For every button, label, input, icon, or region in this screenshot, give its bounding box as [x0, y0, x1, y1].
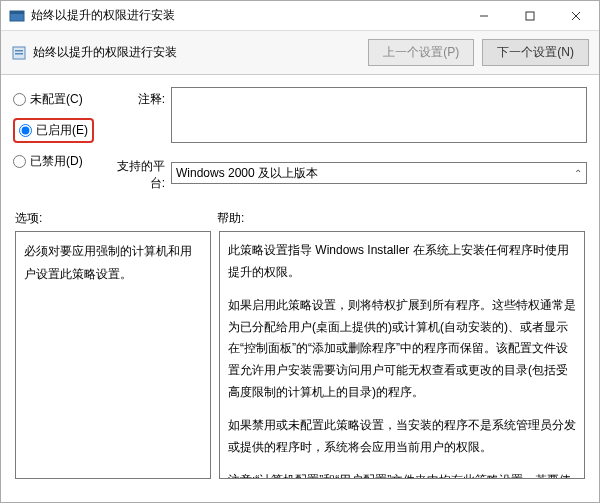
- radio-enabled[interactable]: 已启用(E): [19, 122, 88, 139]
- window-title: 始终以提升的权限进行安装: [31, 7, 461, 24]
- comment-label: 注释:: [113, 87, 171, 108]
- radio-enabled-highlight: 已启用(E): [13, 118, 94, 143]
- help-p1: 此策略设置指导 Windows Installer 在系统上安装任何程序时使用提…: [228, 240, 576, 283]
- caret-icon: ⌃: [574, 168, 582, 179]
- section-labels: 选项: 帮助:: [1, 204, 599, 231]
- toolbar: 始终以提升的权限进行安装 上一个设置(P) 下一个设置(N): [1, 31, 599, 75]
- close-button[interactable]: [553, 1, 599, 31]
- minimize-button[interactable]: [461, 1, 507, 31]
- svg-rect-1: [10, 11, 24, 14]
- policy-icon: [11, 45, 27, 61]
- help-panel: 此策略设置指导 Windows Installer 在系统上安装任何程序时使用提…: [219, 231, 585, 479]
- state-radio-group: 未配置(C) 已启用(E) 已禁用(D): [13, 87, 113, 180]
- svg-rect-3: [526, 12, 534, 20]
- radio-disabled[interactable]: 已禁用(D): [13, 153, 113, 170]
- supported-label: 支持的平台:: [113, 154, 171, 192]
- svg-rect-8: [15, 53, 23, 55]
- options-panel: 必须对要应用强制的计算机和用户设置此策略设置。: [15, 231, 211, 479]
- app-icon: [9, 8, 25, 24]
- window-controls: [461, 1, 599, 31]
- help-p4: 注意:“计算机配置”和“用户配置”文件夹中均有此策略设置。若要使此策略设置生效，…: [228, 470, 576, 479]
- radio-not-configured-input[interactable]: [13, 93, 26, 106]
- supported-platforms-field: Windows 2000 及以上版本 ⌃: [171, 162, 587, 184]
- radio-disabled-input[interactable]: [13, 155, 26, 168]
- next-setting-button[interactable]: 下一个设置(N): [482, 39, 589, 66]
- help-section-label: 帮助:: [217, 210, 585, 227]
- help-p3: 如果禁用或未配置此策略设置，当安装的程序不是系统管理员分发或提供的程序时，系统将…: [228, 415, 576, 458]
- radio-not-configured[interactable]: 未配置(C): [13, 91, 113, 108]
- help-p2: 如果启用此策略设置，则将特权扩展到所有程序。这些特权通常是为已分配给用户(桌面上…: [228, 295, 576, 403]
- options-section-label: 选项:: [15, 210, 217, 227]
- maximize-button[interactable]: [507, 1, 553, 31]
- options-text: 必须对要应用强制的计算机和用户设置此策略设置。: [24, 244, 192, 281]
- dialog-window: 始终以提升的权限进行安装 始终以提升的权限进行安装 上一个设置(P) 下一个设置…: [0, 0, 600, 503]
- radio-not-configured-label: 未配置(C): [30, 91, 83, 108]
- policy-subtitle: 始终以提升的权限进行安装: [33, 44, 177, 61]
- svg-rect-7: [15, 50, 23, 52]
- radio-enabled-input[interactable]: [19, 124, 32, 137]
- radio-enabled-label: 已启用(E): [36, 122, 88, 139]
- comment-textarea[interactable]: [171, 87, 587, 143]
- titlebar: 始终以提升的权限进行安装: [1, 1, 599, 31]
- supported-platforms-value: Windows 2000 及以上版本: [176, 165, 318, 182]
- radio-disabled-label: 已禁用(D): [30, 153, 83, 170]
- prev-setting-button[interactable]: 上一个设置(P): [368, 39, 474, 66]
